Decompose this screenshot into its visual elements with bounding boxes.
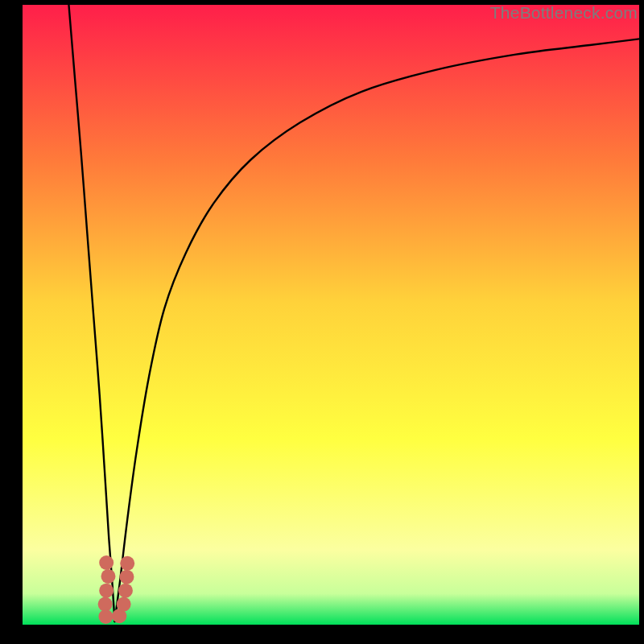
chart-frame bbox=[23, 5, 639, 625]
data-marker bbox=[98, 597, 113, 612]
data-marker bbox=[99, 584, 114, 598]
watermark-text: TheBottleneck.com bbox=[490, 3, 638, 23]
gradient-background bbox=[23, 5, 639, 625]
data-marker bbox=[99, 555, 114, 570]
data-marker bbox=[120, 556, 134, 571]
data-marker bbox=[101, 569, 115, 584]
data-marker bbox=[118, 584, 133, 598]
data-marker bbox=[117, 597, 131, 612]
bottleneck-chart bbox=[23, 5, 639, 625]
data-marker bbox=[119, 570, 134, 584]
data-marker bbox=[98, 609, 113, 624]
